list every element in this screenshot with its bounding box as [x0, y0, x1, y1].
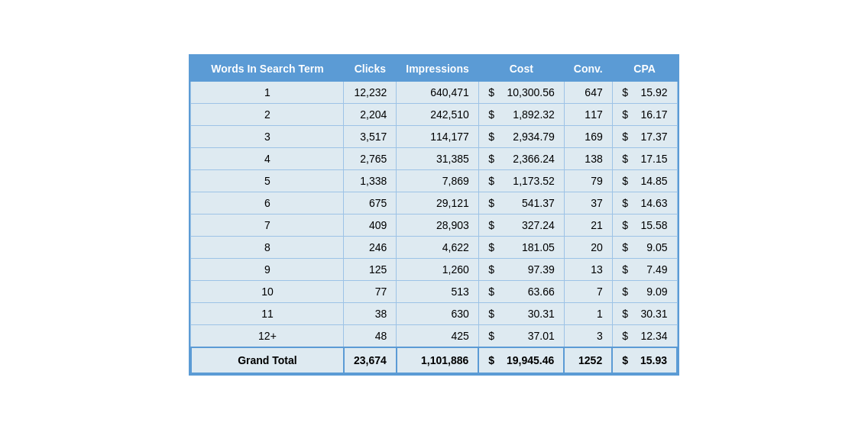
- cell-cpa-value: 14.85: [631, 169, 677, 192]
- cell-cost-dollar: $: [478, 258, 497, 280]
- cell-clicks: 246: [344, 236, 397, 258]
- cell-words: 4: [191, 147, 344, 169]
- footer-label: Grand Total: [191, 347, 344, 373]
- table-row: 7 409 28,903 $ 327.24 21 $ 15.58: [191, 214, 677, 236]
- table-row: 1 12,232 640,471 $ 10,300.56 647 $ 15.92: [191, 81, 677, 103]
- cell-cpa-value: 12.34: [631, 324, 677, 347]
- cell-impressions: 513: [397, 280, 478, 302]
- cell-impressions: 114,177: [397, 125, 478, 147]
- cell-cost-value: 10,300.56: [497, 81, 564, 103]
- cell-cpa-dollar: $: [612, 81, 631, 103]
- cell-conv: 7: [564, 280, 612, 302]
- cell-cpa-dollar: $: [612, 258, 631, 280]
- cell-cost-value: 181.05: [497, 236, 564, 258]
- cell-cost-dollar: $: [478, 192, 497, 214]
- cell-clicks: 48: [344, 324, 397, 347]
- cell-cpa-value: 17.37: [631, 125, 677, 147]
- cell-cpa-value: 9.09: [631, 280, 677, 302]
- cell-conv: 647: [564, 81, 612, 103]
- cell-words: 6: [191, 192, 344, 214]
- cell-cpa-value: 17.15: [631, 147, 677, 169]
- cell-cpa-value: 30.31: [631, 302, 677, 324]
- cell-impressions: 242,510: [397, 103, 478, 125]
- footer-cost-value: 19,945.46: [497, 347, 564, 373]
- cell-conv: 169: [564, 125, 612, 147]
- cell-cost-dollar: $: [478, 125, 497, 147]
- cell-clicks: 409: [344, 214, 397, 236]
- cell-cpa-value: 7.49: [631, 258, 677, 280]
- cell-cpa-dollar: $: [612, 280, 631, 302]
- cell-cpa-dollar: $: [612, 302, 631, 324]
- cell-cost-value: 2,934.79: [497, 125, 564, 147]
- cell-cost-dollar: $: [478, 169, 497, 192]
- cell-clicks: 675: [344, 192, 397, 214]
- header-impressions: Impressions: [397, 56, 478, 81]
- cell-impressions: 630: [397, 302, 478, 324]
- cell-conv: 138: [564, 147, 612, 169]
- header-cost: Cost: [478, 56, 564, 81]
- cell-impressions: 31,385: [397, 147, 478, 169]
- footer-cpa-value: 15.93: [631, 347, 677, 373]
- cell-words: 8: [191, 236, 344, 258]
- cell-cost-dollar: $: [478, 214, 497, 236]
- table-row: 9 125 1,260 $ 97.39 13 $ 7.49: [191, 258, 677, 280]
- cell-cost-dollar: $: [478, 103, 497, 125]
- cell-cpa-dollar: $: [612, 125, 631, 147]
- cell-conv: 21: [564, 214, 612, 236]
- cell-cpa-value: 15.92: [631, 81, 677, 103]
- cell-words: 11: [191, 302, 344, 324]
- cell-cpa-dollar: $: [612, 169, 631, 192]
- cell-cost-value: 327.24: [497, 214, 564, 236]
- cell-impressions: 425: [397, 324, 478, 347]
- cell-cpa-dollar: $: [612, 147, 631, 169]
- cell-impressions: 28,903: [397, 214, 478, 236]
- table-row: 4 2,765 31,385 $ 2,366.24 138 $ 17.15: [191, 147, 677, 169]
- cell-clicks: 77: [344, 280, 397, 302]
- cell-words: 5: [191, 169, 344, 192]
- cell-words: 2: [191, 103, 344, 125]
- data-table: Words In Search Term Clicks Impressions …: [189, 54, 679, 376]
- table-row: 6 675 29,121 $ 541.37 37 $ 14.63: [191, 192, 677, 214]
- cell-conv: 117: [564, 103, 612, 125]
- cell-cost-dollar: $: [478, 81, 497, 103]
- cell-words: 12+: [191, 324, 344, 347]
- cell-clicks: 12,232: [344, 81, 397, 103]
- cell-words: 9: [191, 258, 344, 280]
- cell-clicks: 38: [344, 302, 397, 324]
- cell-cpa-dollar: $: [612, 214, 631, 236]
- cell-cost-dollar: $: [478, 324, 497, 347]
- cell-clicks: 125: [344, 258, 397, 280]
- table-row: 3 3,517 114,177 $ 2,934.79 169 $ 17.37: [191, 125, 677, 147]
- cell-cost-value: 1,173.52: [497, 169, 564, 192]
- cell-impressions: 29,121: [397, 192, 478, 214]
- footer-conv: 1252: [564, 347, 612, 373]
- cell-cpa-value: 14.63: [631, 192, 677, 214]
- cell-clicks: 2,765: [344, 147, 397, 169]
- cell-cpa-dollar: $: [612, 103, 631, 125]
- cell-words: 7: [191, 214, 344, 236]
- cell-conv: 3: [564, 324, 612, 347]
- cell-cpa-value: 15.58: [631, 214, 677, 236]
- cell-conv: 20: [564, 236, 612, 258]
- cell-words: 1: [191, 81, 344, 103]
- cell-words: 10: [191, 280, 344, 302]
- cell-impressions: 7,869: [397, 169, 478, 192]
- cell-impressions: 640,471: [397, 81, 478, 103]
- table-row: 5 1,338 7,869 $ 1,173.52 79 $ 14.85: [191, 169, 677, 192]
- cell-cost-value: 30.31: [497, 302, 564, 324]
- cell-cost-dollar: $: [478, 147, 497, 169]
- cell-cost-dollar: $: [478, 236, 497, 258]
- table-row: 11 38 630 $ 30.31 1 $ 30.31: [191, 302, 677, 324]
- table-row: 12+ 48 425 $ 37.01 3 $ 12.34: [191, 324, 677, 347]
- footer-cpa-dollar: $: [612, 347, 631, 373]
- cell-conv: 37: [564, 192, 612, 214]
- cell-clicks: 3,517: [344, 125, 397, 147]
- header-cpa: CPA: [612, 56, 677, 81]
- table-row: 10 77 513 $ 63.66 7 $ 9.09: [191, 280, 677, 302]
- footer-clicks: 23,674: [344, 347, 397, 373]
- cell-cpa-dollar: $: [612, 324, 631, 347]
- cell-conv: 79: [564, 169, 612, 192]
- cell-cpa-value: 9.05: [631, 236, 677, 258]
- cell-impressions: 4,622: [397, 236, 478, 258]
- footer-cost-dollar: $: [478, 347, 497, 373]
